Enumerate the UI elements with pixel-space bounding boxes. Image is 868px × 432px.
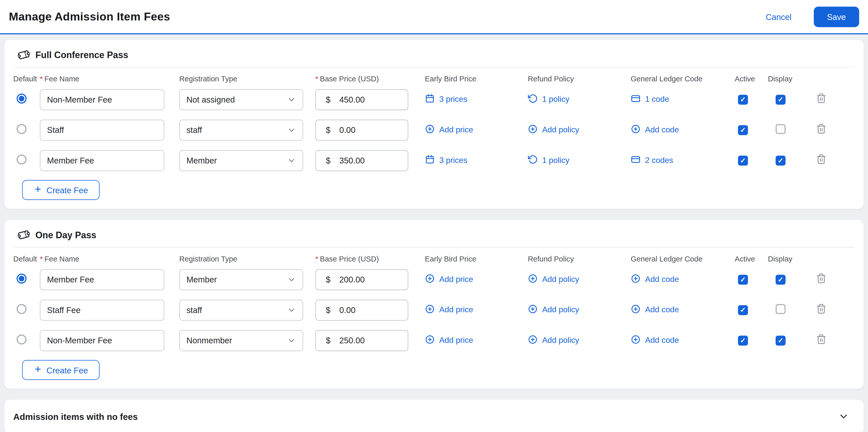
required-marker: * [315,254,318,263]
expand-accordion-button[interactable] [838,411,855,424]
admission-items-no-fees-accordion[interactable]: Admission items with no fees [4,400,864,432]
delete-fee-button[interactable] [816,93,827,105]
display-checkbox[interactable] [776,95,785,105]
col-general-ledger-code: General Ledger Code [631,254,735,263]
default-fee-radio[interactable] [17,154,27,164]
add-ledger-code-button[interactable]: Add code [631,334,679,346]
base-price-field[interactable]: $ [315,119,408,140]
add-refund-policy-button[interactable]: Add policy [528,304,579,315]
display-checkbox[interactable] [776,155,785,166]
default-fee-radio[interactable] [17,273,27,283]
fee-name-input[interactable] [40,299,164,320]
plus-circle-icon [631,304,641,315]
registration-type-select[interactable]: staff [179,119,303,140]
default-fee-radio[interactable] [17,124,27,134]
add-refund-policy-button[interactable]: Add policy [528,334,579,346]
registration-type-select[interactable]: Member [179,269,303,290]
early-bird-label: 3 prices [439,95,467,104]
ledger-code-link[interactable]: 2 codes [631,154,673,166]
fee-name-input[interactable] [40,269,164,290]
display-checkbox[interactable] [776,275,785,285]
create-fee-button[interactable]: Create Fee [22,180,100,200]
col-refund-policy: Refund Policy [528,254,631,263]
base-price-input[interactable] [339,95,395,104]
base-price-field[interactable]: $ [315,269,408,290]
delete-fee-button[interactable] [816,304,827,316]
registration-type-select[interactable]: Not assigned [179,89,303,110]
registration-type-select[interactable]: Member [179,150,303,171]
base-price-input[interactable] [339,125,395,135]
active-checkbox[interactable] [738,336,748,346]
currency-symbol: $ [326,95,331,104]
add-refund-policy-button[interactable]: Add policy [528,124,579,136]
base-price-field[interactable]: $ [315,299,408,320]
base-price-input[interactable] [339,336,395,345]
calendar-icon [425,93,435,105]
ticket-icon [18,49,30,61]
base-price-field[interactable]: $ [315,89,408,110]
add-early-bird-price-button[interactable]: Add price [425,124,473,136]
early-bird-label: Add price [439,336,473,345]
refund-policy-icon [528,154,537,166]
add-early-bird-price-button[interactable]: Add price [425,304,473,315]
early-bird-price-link[interactable]: 3 prices [425,154,467,166]
plus-icon [34,365,42,375]
base-price-field[interactable]: $ [315,330,408,351]
refund-policy-label: Add policy [542,336,579,345]
default-fee-radio[interactable] [17,304,27,314]
fee-name-input[interactable] [40,119,164,140]
delete-fee-button[interactable] [816,154,827,166]
fee-name-input[interactable] [40,330,164,351]
trash-icon [816,273,827,285]
create-fee-button[interactable]: Create Fee [22,360,100,380]
refund-policy-icon [528,93,537,105]
display-checkbox[interactable] [776,304,785,314]
chevron-down-icon [838,411,849,424]
active-checkbox[interactable] [738,95,748,105]
ticket-icon [18,229,30,241]
registration-type-select[interactable]: Nonmember [179,330,303,351]
early-bird-price-link[interactable]: 3 prices [425,93,467,105]
registration-type-select[interactable]: staff [179,299,303,320]
base-price-input[interactable] [339,275,395,284]
plus-circle-icon [528,124,537,136]
ledger-code-label: Add code [645,305,679,314]
col-base-price: *Base Price (USD) [315,254,425,263]
manage-admission-fees-page: Manage Admission Item Fees Cancel Save F… [0,0,868,432]
refund-policy-link[interactable]: 1 policy [528,93,569,105]
add-early-bird-price-button[interactable]: Add price [425,334,473,346]
ledger-code-link[interactable]: 1 code [631,93,669,105]
add-early-bird-price-button[interactable]: Add price [425,273,473,285]
default-fee-radio[interactable] [17,93,27,103]
refund-policy-link[interactable]: 1 policy [528,154,569,166]
refund-policy-label: Add policy [542,125,579,134]
plus-circle-icon [425,334,435,346]
fee-row: Not assigned $ 3 prices [13,84,855,115]
display-checkbox[interactable] [776,124,785,134]
default-fee-radio[interactable] [17,334,27,344]
add-ledger-code-button[interactable]: Add code [631,124,679,136]
active-checkbox[interactable] [738,275,748,285]
fee-name-input[interactable] [40,150,164,171]
ledger-code-label: Add code [645,336,679,345]
display-checkbox[interactable] [776,336,785,346]
cancel-button[interactable]: Cancel [766,12,792,21]
add-refund-policy-button[interactable]: Add policy [528,273,579,285]
col-registration-type: Registration Type [179,254,315,263]
base-price-input[interactable] [339,155,395,165]
active-checkbox[interactable] [738,125,748,135]
plus-circle-icon [528,273,537,285]
delete-fee-button[interactable] [816,334,827,346]
add-ledger-code-button[interactable]: Add code [631,304,679,315]
save-button[interactable]: Save [814,6,859,27]
base-price-input[interactable] [339,305,395,315]
base-price-field[interactable]: $ [315,150,408,171]
active-checkbox[interactable] [738,155,748,166]
fee-name-input[interactable] [40,89,164,110]
delete-fee-button[interactable] [816,273,827,285]
required-marker: * [40,254,43,263]
fee-row: staff $ Add price [13,294,855,325]
delete-fee-button[interactable] [816,123,827,136]
active-checkbox[interactable] [738,305,748,315]
add-ledger-code-button[interactable]: Add code [631,273,679,285]
